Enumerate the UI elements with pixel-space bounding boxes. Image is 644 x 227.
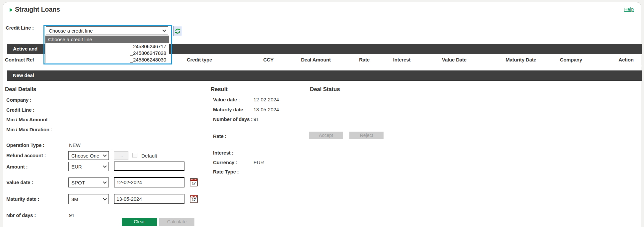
value-date-mode-value: SPOT	[71, 180, 85, 185]
result-number-of-days-label: Number of days :	[213, 116, 252, 122]
refresh-icon	[175, 28, 180, 34]
arrow-right-icon	[10, 8, 13, 12]
refund-account-label: Refund account :	[6, 153, 46, 158]
page-title: Straight Loans	[15, 6, 60, 13]
min-max-amount-label: Min / Max Amount :	[6, 117, 50, 122]
maturity-date-mode-select[interactable]: 3M	[68, 194, 109, 204]
operation-type-label: Operation Type :	[6, 142, 44, 148]
column-maturity-date: Maturity Date	[506, 57, 536, 62]
column-action: Action	[618, 57, 633, 62]
table-header-divider	[7, 66, 642, 66]
amount-currency-value: EUR	[71, 164, 82, 170]
result-interest-label: Interest :	[213, 150, 233, 156]
calendar-icon-day: 17	[190, 181, 197, 185]
chevron-down-icon	[103, 197, 107, 200]
maturity-date-label: Maturity date :	[6, 196, 39, 202]
column-deal-amount: Deal Amount	[301, 57, 331, 62]
value-date-mode-select[interactable]: SPOT	[68, 177, 109, 187]
amount-currency-select[interactable]: EUR	[68, 162, 109, 171]
column-value-date: Value Date	[442, 57, 466, 62]
amount-input[interactable]	[114, 162, 184, 171]
refresh-button[interactable]	[173, 26, 182, 36]
calendar-icon-day: 17	[190, 198, 197, 202]
credit-line-select-value: Choose a credit line	[49, 28, 93, 34]
dropdown-option[interactable]: _245806247828	[45, 50, 169, 57]
column-company: Company	[560, 57, 582, 62]
column-interest: Interest	[393, 57, 411, 62]
value-date-calendar-button[interactable]: 17	[190, 178, 198, 186]
accept-button[interactable]: Accept	[309, 132, 343, 139]
default-checkbox[interactable]	[132, 153, 137, 158]
credit-line-dropdown-list: Choose a credit line _245806246717 _2458…	[45, 36, 169, 63]
result-value-date-label: Value date :	[213, 97, 240, 102]
chevron-down-icon	[103, 153, 107, 157]
deal-status-heading: Deal Status	[310, 86, 340, 93]
nbr-days-label: Nbr of days :	[6, 212, 36, 218]
credit-line-label: Credit Line :	[6, 107, 35, 113]
maturity-date-calendar-button[interactable]: 17	[190, 195, 198, 203]
dropdown-option[interactable]: _245806248030	[45, 57, 169, 63]
refund-account-select[interactable]: Choose One	[68, 151, 109, 160]
maturity-date-mode-value: 3M	[71, 196, 78, 202]
calendar-icon-dots	[191, 179, 196, 180]
result-rate-label: Rate :	[213, 133, 226, 139]
credit-line-picker-label: Credit Line :	[6, 25, 34, 31]
clear-button[interactable]: Clear	[122, 218, 157, 226]
maturity-date-input[interactable]	[114, 194, 184, 204]
min-max-duration-label: Min / Max Duration :	[6, 127, 52, 132]
value-date-label: Value date :	[6, 179, 33, 185]
dropdown-option[interactable]: _245806246717	[45, 43, 169, 50]
reject-button[interactable]: Reject	[349, 132, 384, 139]
new-deal-bar: New deal	[7, 70, 642, 81]
operation-type-value: NEW	[69, 142, 81, 148]
amount-label: Amount :	[6, 164, 28, 170]
result-maturity-date-label: Maturity date :	[213, 107, 246, 112]
refund-account-select-value: Choose One	[71, 153, 99, 159]
column-contract-ref: Contract Ref	[5, 57, 34, 62]
result-value-date-value: 12-02-2024	[253, 97, 279, 102]
calculate-button[interactable]: Calculate	[159, 218, 194, 226]
dropdown-option[interactable]: Choose a credit line	[45, 36, 169, 43]
credit-line-select[interactable]: Choose a credit line	[46, 26, 168, 35]
new-deal-bar-label: New deal	[13, 72, 34, 78]
chevron-down-icon	[162, 28, 166, 32]
chevron-down-icon	[103, 164, 107, 168]
result-rate-type-label: Rate Type :	[213, 169, 239, 174]
content-panel: Straight Loans Help Credit Line : Choose…	[3, 2, 641, 227]
result-number-of-days-value: 91	[253, 116, 259, 122]
column-ccy: CCY	[263, 57, 273, 62]
straight-loans-page: Straight Loans Help Credit Line : Choose…	[0, 0, 644, 227]
chevron-down-icon	[103, 180, 107, 184]
help-link[interactable]: Help	[624, 7, 634, 12]
deal-details-heading: Deal Details	[5, 86, 36, 93]
result-currency-value: EUR	[253, 160, 264, 165]
default-checkbox-label: Default	[141, 153, 157, 159]
result-maturity-date-value: 13-05-2024	[253, 107, 279, 112]
result-currency-label: Currency :	[213, 160, 237, 165]
column-rate: Rate	[359, 57, 370, 62]
company-label: Company :	[6, 97, 32, 103]
result-heading: Result	[211, 86, 228, 93]
nbr-days-value: 91	[69, 212, 75, 218]
column-credit-type: Credit type	[187, 57, 212, 62]
active-deals-bar-label: Active and	[13, 46, 37, 52]
browse-accounts-button[interactable]: ...	[114, 151, 128, 160]
value-date-input[interactable]	[114, 177, 184, 187]
calendar-icon-dots	[191, 196, 196, 197]
